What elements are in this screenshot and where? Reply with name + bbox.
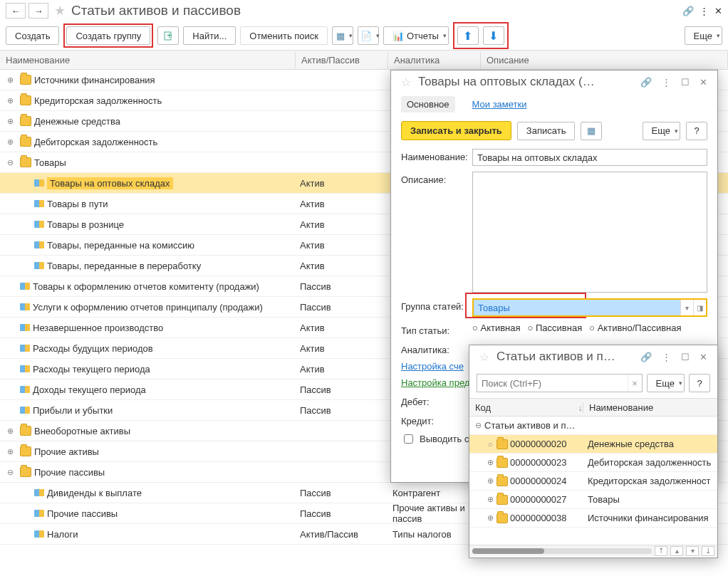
create-button[interactable]: Создать <box>6 26 59 45</box>
link-icon[interactable]: 🔗 <box>638 350 655 364</box>
scroll-thumb[interactable] <box>472 548 544 554</box>
help-button[interactable]: ? <box>686 122 707 140</box>
cell-ap: Пассив <box>296 302 388 313</box>
menu-dots-icon[interactable]: ⋮ <box>659 75 674 89</box>
picker-code: 00000000027 <box>510 494 567 505</box>
picker-row[interactable]: ⊕00000000023Дебиторская задолженность <box>469 454 717 472</box>
favorite-star-icon[interactable]: ☆ <box>401 75 411 89</box>
picker-help-button[interactable]: ? <box>689 374 710 392</box>
menu-dots-icon[interactable]: ⋮ <box>659 350 674 364</box>
group-input[interactable] <box>474 300 680 315</box>
expand-icon[interactable]: ⊕ <box>6 137 14 147</box>
picker-root-label: Статьи активов и п… <box>484 420 575 431</box>
main-toolbar: Создать Создать группу + Найти... Отмени… <box>0 21 728 50</box>
expand-icon[interactable]: ⊕ <box>6 426 14 436</box>
link-icon[interactable]: 🔗 <box>638 75 655 89</box>
move-up-button[interactable]: ⬆ <box>457 26 479 45</box>
tab-notes[interactable]: Мои заметки <box>467 96 533 112</box>
output-checkbox[interactable] <box>404 434 413 444</box>
item-icon <box>34 530 44 538</box>
picker-more-button[interactable]: Еще▾ <box>647 374 685 392</box>
close-icon[interactable]: ✕ <box>697 350 710 364</box>
item-icon <box>20 365 30 372</box>
cell-ap: Актив <box>296 364 388 375</box>
desc-field[interactable] <box>472 172 707 293</box>
close-icon[interactable]: ✕ <box>697 75 710 89</box>
label-type: Тип статьи: <box>401 323 472 336</box>
picker-name: Денежные средства <box>583 439 717 449</box>
picker-row[interactable]: ⊕00000000027Товары <box>469 491 717 509</box>
expand-icon[interactable]: ⊖ <box>6 468 14 477</box>
picker-row[interactable]: ⊕00000000024Кредиторская задолженност <box>469 472 717 491</box>
dialog-more-button[interactable]: Еще▾ <box>643 122 680 140</box>
combo-open-icon[interactable]: ◨ <box>693 300 706 315</box>
row-label: Прочие пассивы <box>47 508 118 519</box>
picker-code: 00000000024 <box>510 476 567 486</box>
picker-name: Дебиторская задолженность <box>583 457 717 468</box>
item-icon <box>20 303 30 310</box>
expand-icon[interactable]: ⊖ <box>6 158 14 167</box>
label-debit: Дебет: <box>401 394 472 407</box>
picker-col-code[interactable]: Код↓ <box>469 402 583 413</box>
name-field[interactable] <box>472 149 707 166</box>
maximize-icon[interactable]: ☐ <box>678 75 692 89</box>
find-button[interactable]: Найти... <box>183 26 236 45</box>
nav-back-button[interactable]: ← <box>6 3 26 19</box>
picker-row[interactable]: ⊕00000000038Источники финансирования <box>469 509 717 528</box>
favorite-star-icon[interactable]: ★ <box>54 3 66 19</box>
search-input[interactable] <box>477 375 628 392</box>
scroll-track[interactable] <box>472 548 652 554</box>
maximize-icon[interactable]: ☐ <box>678 350 692 364</box>
col-name[interactable]: Наименование <box>0 52 296 68</box>
expand-icon[interactable]: ⊕ <box>6 75 14 85</box>
col-ap[interactable]: Актив/Пассив <box>296 52 388 68</box>
close-icon[interactable]: ✕ <box>714 6 722 16</box>
col-desc[interactable]: Описание <box>481 52 728 68</box>
row-label: Товары <box>34 157 66 168</box>
expand-icon[interactable]: ⊕ <box>6 447 14 456</box>
link-accounts[interactable]: Настройка сче <box>401 361 464 372</box>
scroll-down-icon[interactable]: ▾ <box>686 546 699 556</box>
cancel-find-button[interactable]: Отменить поиск <box>240 26 328 45</box>
save-close-button[interactable]: Записать и закрыть <box>401 121 511 140</box>
scroll-up-icon[interactable]: ▴ <box>670 546 683 556</box>
picker-col-name[interactable]: Наименование <box>583 402 717 413</box>
scroll-bottom-icon[interactable]: ⤓ <box>702 546 714 556</box>
copy-button[interactable]: + <box>157 26 179 45</box>
col-analytics[interactable]: Аналитика <box>388 52 481 68</box>
row-label: Услуги к оформлению отчетов принципалу (… <box>33 302 263 313</box>
link-icon[interactable]: 🔗 <box>682 6 694 16</box>
reports-button[interactable]: 📊Отчеты▾ <box>383 26 449 45</box>
picker-list[interactable]: ⊖Статьи активов и п… ○00000000020Денежны… <box>469 417 717 545</box>
list-settings-button[interactable]: ▦▾ <box>332 26 353 45</box>
picker-toolbar: × Еще▾ ? <box>469 368 717 398</box>
save-button[interactable]: Записать <box>517 122 576 140</box>
combo-dropdown-icon[interactable]: ▾ <box>680 300 693 315</box>
expand-icon[interactable]: ⊕ <box>6 96 14 105</box>
picker-row[interactable]: ○00000000020Денежные средства <box>469 435 717 454</box>
expand-icon[interactable]: ⊕ <box>6 117 14 126</box>
move-down-button[interactable]: ⬇ <box>483 26 504 45</box>
group-combo[interactable]: ▾ ◨ <box>472 298 707 317</box>
row-label: Кредиторская задолженность <box>34 95 162 106</box>
clear-search-icon[interactable]: × <box>628 375 642 392</box>
scroll-top-icon[interactable]: ⤒ <box>655 546 667 556</box>
more-button[interactable]: Еще▾ <box>685 26 722 45</box>
favorite-star-icon[interactable]: ☆ <box>479 350 489 364</box>
print-button[interactable]: 📄▾ <box>358 26 379 45</box>
link-pred[interactable]: Настройка пред <box>401 377 469 388</box>
menu-dots-icon[interactable]: ⋮ <box>700 6 709 16</box>
picker-name: Источники финансирования <box>583 513 717 523</box>
nav-forward-button[interactable]: → <box>28 3 48 19</box>
create-group-button[interactable]: Создать группу <box>66 26 150 45</box>
row-label: Товары, переданные на комиссию <box>47 240 194 251</box>
row-label: Расходы текущего периода <box>33 364 150 375</box>
tab-main[interactable]: Основное <box>401 96 455 112</box>
list-button[interactable]: ▦ <box>581 122 602 140</box>
row-label: Товары к оформлению отчетов комитенту (п… <box>33 281 259 292</box>
item-icon <box>34 262 44 269</box>
cell-analytics: Контрагент <box>388 488 481 498</box>
cell-ap: Актив <box>296 240 388 251</box>
item-icon <box>34 200 44 207</box>
picker-root-row[interactable]: ⊖Статьи активов и п… <box>469 417 717 435</box>
